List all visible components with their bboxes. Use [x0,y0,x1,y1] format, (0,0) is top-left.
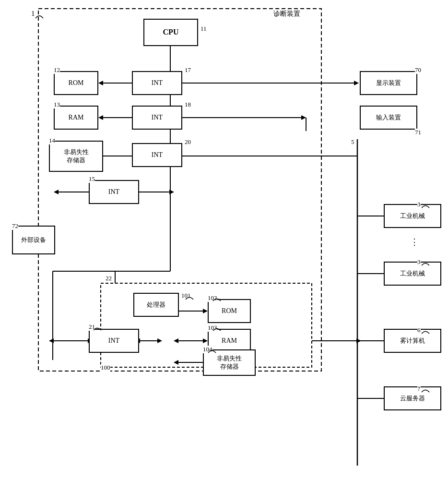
num-22: 22 [106,275,112,282]
num-18: 18 [185,101,191,108]
cpu-box: CPU [143,19,198,46]
num-71: 71 [415,129,421,136]
label-diagnostic: 诊断装置 [273,10,300,18]
display-label: 显示装置 [376,79,401,87]
num-3b: 3 [417,258,421,266]
processor-box: 处理器 [133,293,179,317]
int15-label: INT [108,188,119,196]
cloud-label: 云服务器 [400,395,425,403]
svg-marker-43 [174,360,178,365]
nonvolatile2-label: 非易失性 存储器 [217,355,242,371]
svg-rect-0 [38,9,321,371]
svg-marker-6 [98,81,103,85]
input-box: 输入装置 [360,106,417,130]
num-70: 70 [415,66,421,74]
num-21: 21 [89,323,95,331]
ram-label: RAM [69,113,84,122]
num-12: 12 [54,66,60,74]
display-box: 显示装置 [360,71,417,95]
int17-label: INT [152,79,163,87]
diagram-container: CPU 11 诊断装置 1 ROM 12 INT 17 RAM 13 INT 1… [5,5,443,475]
ram-box: RAM [54,106,98,130]
ram2-label: RAM [222,336,237,345]
processor-label: 处理器 [147,301,165,309]
svg-marker-27 [157,338,162,343]
rom-label: ROM [69,79,84,87]
int18-box: INT [132,106,182,130]
industrial2-label: 工业机械 [400,270,425,278]
fog-label: 雾计算机 [400,337,425,345]
int20-label: INT [152,151,163,159]
num-13: 13 [54,101,60,108]
external-label: 外部设备 [21,236,46,244]
svg-marker-8 [354,81,359,85]
num-104: 104 [203,346,212,353]
fog-box: 雾计算机 [384,329,441,353]
external-box: 外部设备 [12,226,55,254]
num-3a: 3 [417,201,421,208]
num-11: 11 [200,25,207,33]
rom2-box: ROM [208,299,251,323]
svg-marker-22 [169,190,174,194]
num-15: 15 [89,175,95,183]
num-103: 103 [208,324,217,332]
num-14: 14 [49,137,55,144]
svg-marker-40 [174,338,178,343]
cpu-label: CPU [163,27,179,37]
num-72: 72 [12,222,18,230]
rom2-label: ROM [222,307,237,315]
nonvolatile-label: 非易失性 存储器 [64,148,89,165]
rom-box: ROM [54,71,98,95]
ellipsis: ⋮ [410,237,419,247]
num-20: 20 [185,138,191,146]
num-100: 100 [101,364,110,372]
num-101: 101 [181,292,191,300]
num-6: 6 [417,326,421,334]
svg-marker-36 [203,309,208,313]
num-5: 5 [351,138,354,146]
nonvolatile2-box: 非易失性 存储器 [203,349,256,376]
svg-marker-39 [203,338,208,343]
int20-box: INT [132,143,182,167]
svg-marker-13 [301,115,306,120]
num-17: 17 [185,66,191,74]
num-1: 1 [31,10,35,18]
nonvolatile-box: 非易失性 存储器 [49,141,103,172]
input-label: 输入装置 [376,114,401,122]
svg-marker-52 [356,338,361,343]
int21-label: INT [108,336,119,345]
svg-marker-11 [98,115,103,120]
svg-marker-24 [49,338,54,343]
int17-box: INT [132,71,182,95]
cloud-box: 云服务器 [384,386,441,410]
industrial2-box: 工业机械 [384,262,441,286]
industrial1-box: 工业机械 [384,204,441,228]
industrial1-label: 工业机械 [400,212,425,220]
int15-box: INT [89,180,139,204]
num-7: 7 [417,385,421,393]
int21-box: INT [89,329,139,353]
svg-marker-19 [54,190,59,194]
int18-label: INT [152,113,163,122]
num-102: 102 [208,294,217,302]
